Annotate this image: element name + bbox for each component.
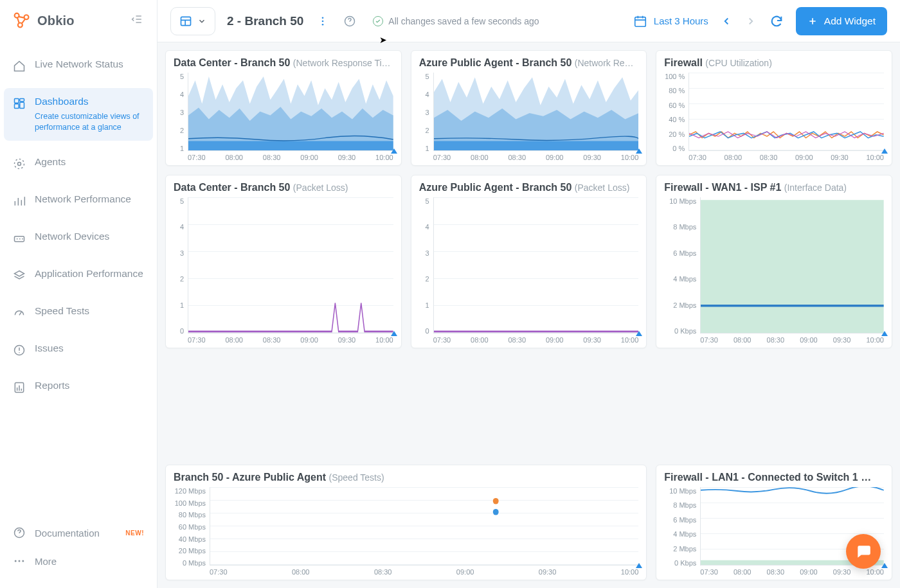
marker-icon bbox=[881, 331, 888, 336]
sidebar-item-application-performance[interactable]: Application Performance bbox=[4, 260, 153, 290]
svg-point-2 bbox=[18, 23, 22, 28]
next-range-button[interactable] bbox=[744, 15, 757, 28]
reports-icon bbox=[13, 381, 26, 394]
widget-subtitle: (Network Response Ti… bbox=[293, 58, 391, 68]
prev-range-button[interactable] bbox=[720, 15, 733, 28]
alert-icon bbox=[13, 344, 26, 357]
y-axis: 100 %80 %60 %40 %20 %0 % bbox=[664, 73, 688, 161]
marker-icon bbox=[881, 563, 888, 568]
svg-point-13 bbox=[15, 560, 17, 562]
sidebar-item-issues[interactable]: Issues bbox=[4, 335, 153, 364]
sidebar-item-more[interactable]: More bbox=[4, 547, 153, 575]
help-icon bbox=[13, 526, 26, 539]
svg-point-14 bbox=[19, 560, 21, 562]
sidebar: Obkio Live Network Status Dashboards Cre… bbox=[0, 0, 158, 588]
widget-branch50-speedtests[interactable]: Branch 50 - Azure Public Agent (Speed Te… bbox=[165, 465, 647, 580]
y-axis: 120 Mbps100 Mbps80 Mbps60 Mbps40 Mbps20 … bbox=[174, 487, 210, 576]
more-vertical-icon bbox=[317, 15, 328, 27]
widget-azure-branch50-response[interactable]: Azure Public Agent - Branch 50 (Network … bbox=[411, 50, 647, 166]
sidebar-item-label: Network Devices bbox=[35, 231, 109, 242]
x-axis: 07:3008:0008:3009:0009:3010:00 bbox=[688, 151, 884, 161]
svg-point-0 bbox=[15, 13, 19, 18]
grid-gap bbox=[165, 357, 892, 396]
chevron-right-icon bbox=[745, 15, 757, 27]
sidebar-item-label: Live Network Status bbox=[35, 58, 123, 70]
chart-area bbox=[433, 197, 639, 334]
sidebar-item-label: Issues bbox=[35, 343, 64, 354]
help-button[interactable] bbox=[342, 13, 357, 29]
menu-more-button[interactable] bbox=[315, 13, 330, 29]
sidebar-item-label: Dashboards bbox=[35, 96, 145, 107]
plus-icon bbox=[807, 16, 818, 26]
sidebar-item-network-performance[interactable]: Network Performance bbox=[4, 186, 153, 215]
agents-icon bbox=[13, 157, 26, 170]
y-axis: 543210 bbox=[174, 197, 188, 344]
home-icon bbox=[13, 60, 26, 73]
save-status-text: All changes saved a few seconds ago bbox=[388, 16, 539, 26]
chat-icon bbox=[855, 543, 872, 560]
chevron-down-icon bbox=[197, 17, 206, 26]
dashboard-icon bbox=[13, 97, 26, 110]
marker-icon bbox=[881, 148, 888, 154]
x-axis: 07:3008:0008:3009:0009:3010:00 bbox=[188, 334, 393, 344]
y-axis: 54321 bbox=[419, 73, 433, 161]
widget-subtitle: (Interface Data) bbox=[784, 183, 847, 193]
refresh-icon bbox=[770, 14, 784, 28]
chart-area bbox=[188, 73, 393, 151]
marker-icon bbox=[636, 563, 642, 568]
sidebar-item-dashboards[interactable]: Dashboards Create customizable views of … bbox=[4, 88, 153, 141]
widget-firewall-wan1[interactable]: Firewall - WAN1 - ISP #1 (Interface Data… bbox=[656, 175, 892, 348]
sidebar-item-documentation[interactable]: Documentation NEW! bbox=[4, 519, 153, 547]
dashboard-grid: Data Center - Branch 50 (Network Respons… bbox=[158, 42, 900, 588]
y-axis: 54321 bbox=[174, 73, 188, 161]
help-circle-icon bbox=[343, 15, 356, 28]
sidebar-item-reports[interactable]: Reports bbox=[4, 372, 153, 402]
refresh-button[interactable] bbox=[769, 13, 784, 29]
widget-azure-branch50-packetloss[interactable]: Azure Public Agent - Branch 50 (Packet L… bbox=[411, 175, 647, 348]
sidebar-item-label: Application Performance bbox=[35, 268, 143, 280]
widget-dc-branch50-packetloss[interactable]: Data Center - Branch 50 (Packet Loss) 54… bbox=[165, 175, 402, 348]
marker-icon bbox=[391, 331, 397, 336]
new-badge: NEW! bbox=[125, 530, 144, 537]
sidebar-item-label: Agents bbox=[35, 156, 66, 168]
time-range-label: Last 3 Hours bbox=[654, 15, 708, 26]
widget-title: Firewall - LAN1 - Connected to Switch 1 … bbox=[664, 472, 871, 483]
add-widget-button[interactable]: Add Widget bbox=[796, 7, 887, 35]
chat-fab[interactable] bbox=[846, 534, 881, 569]
layout-dropdown[interactable] bbox=[170, 7, 215, 35]
widget-dc-branch50-response[interactable]: Data Center - Branch 50 (Network Respons… bbox=[165, 50, 402, 166]
sidebar-collapse-button[interactable] bbox=[131, 13, 144, 28]
svg-point-15 bbox=[22, 560, 24, 562]
widget-title: Azure Public Agent - Branch 50 bbox=[419, 57, 572, 68]
sidebar-item-label: Network Performance bbox=[35, 193, 131, 205]
svg-rect-3 bbox=[15, 99, 19, 103]
sidebar-item-label: Documentation bbox=[35, 528, 100, 539]
svg-rect-6 bbox=[15, 104, 19, 109]
svg-point-23 bbox=[493, 498, 499, 504]
sidebar-item-network-devices[interactable]: Network Devices bbox=[4, 223, 153, 253]
more-icon bbox=[13, 555, 26, 567]
svg-point-17 bbox=[322, 17, 324, 19]
chevron-left-icon bbox=[721, 15, 732, 27]
gauge-icon bbox=[13, 307, 26, 319]
sidebar-item-speed-tests[interactable]: Speed Tests bbox=[4, 298, 153, 327]
x-axis: 07:3008:0008:3009:0009:3010:00 bbox=[188, 151, 393, 161]
marker-icon bbox=[391, 148, 397, 154]
x-axis: 07:3008:0008:3009:0009:3010:00 bbox=[433, 151, 639, 161]
chart-area bbox=[700, 197, 884, 334]
svg-point-18 bbox=[322, 20, 324, 22]
layers-icon bbox=[13, 269, 26, 282]
x-axis: 07:3008:0008:3009:0009:3010:00 bbox=[210, 566, 638, 576]
widget-title: Azure Public Agent - Branch 50 bbox=[419, 182, 572, 193]
marker-icon bbox=[636, 148, 642, 154]
sidebar-item-agents[interactable]: Agents bbox=[4, 148, 153, 178]
widget-title: Firewall bbox=[664, 57, 703, 68]
sidebar-item-sub: Create customizable views of performance… bbox=[35, 111, 145, 133]
sidebar-item-live-network-status[interactable]: Live Network Status bbox=[4, 51, 153, 80]
widget-firewall-cpu[interactable]: Firewall (CPU Utilization) 100 %80 %60 %… bbox=[656, 50, 892, 166]
time-range-selector[interactable]: Last 3 Hours bbox=[633, 14, 708, 28]
layout-icon bbox=[179, 15, 192, 28]
sidebar-item-label: Speed Tests bbox=[35, 305, 89, 317]
chart-area bbox=[188, 197, 393, 334]
y-axis: 543210 bbox=[419, 197, 433, 344]
